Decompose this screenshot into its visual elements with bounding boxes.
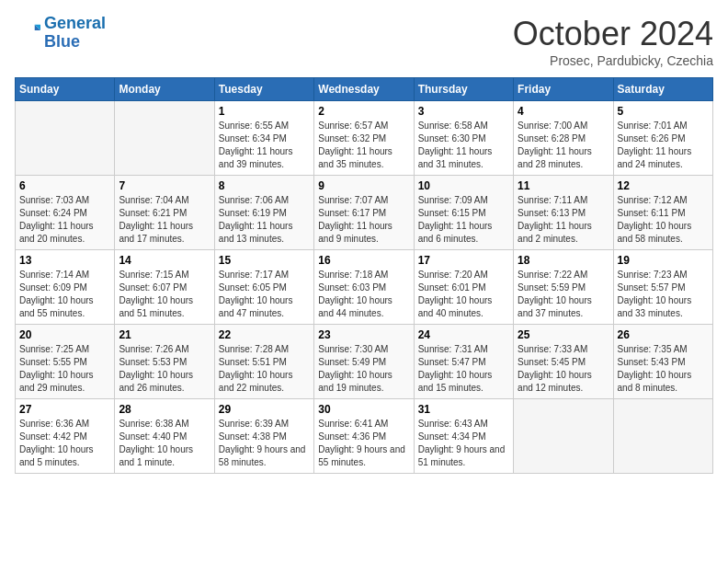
calendar-day-cell: 4Sunrise: 7:00 AM Sunset: 6:28 PM Daylig… [514,101,613,176]
calendar-day-cell: 1Sunrise: 6:55 AM Sunset: 6:34 PM Daylig… [214,101,313,176]
calendar-day-cell: 10Sunrise: 7:09 AM Sunset: 6:15 PM Dayli… [414,176,513,250]
calendar-day-cell: 27Sunrise: 6:36 AM Sunset: 4:42 PM Dayli… [16,399,115,474]
day-info: Sunrise: 7:01 AM Sunset: 6:26 PM Dayligh… [618,120,709,171]
calendar-day-cell: 26Sunrise: 7:35 AM Sunset: 5:43 PM Dayli… [613,325,712,399]
day-info: Sunrise: 6:57 AM Sunset: 6:32 PM Dayligh… [318,120,409,171]
day-number: 31 [418,403,509,416]
day-number: 26 [618,328,709,341]
weekday-header: Friday [514,78,613,101]
calendar-day-cell: 22Sunrise: 7:28 AM Sunset: 5:51 PM Dayli… [214,325,313,399]
day-number: 4 [518,105,609,118]
day-info: Sunrise: 6:58 AM Sunset: 6:30 PM Dayligh… [418,120,509,171]
day-number: 13 [19,254,110,267]
weekday-header: Wednesday [314,78,414,101]
day-info: Sunrise: 6:43 AM Sunset: 4:34 PM Dayligh… [418,418,509,469]
calendar-day-cell [613,399,712,474]
calendar-day-cell: 21Sunrise: 7:26 AM Sunset: 5:53 PM Dayli… [115,325,214,399]
weekday-header: Sunday [16,78,115,101]
day-number: 24 [418,328,509,341]
day-info: Sunrise: 7:03 AM Sunset: 6:24 PM Dayligh… [19,194,110,246]
calendar-day-cell: 29Sunrise: 6:39 AM Sunset: 4:38 PM Dayli… [214,399,313,474]
calendar-day-cell: 16Sunrise: 7:18 AM Sunset: 6:03 PM Dayli… [314,250,414,325]
day-number: 20 [19,328,110,341]
day-info: Sunrise: 7:23 AM Sunset: 5:57 PM Dayligh… [618,269,709,320]
day-info: Sunrise: 7:14 AM Sunset: 6:09 PM Dayligh… [19,269,110,320]
logo-icon [15,20,40,46]
calendar-day-cell: 12Sunrise: 7:12 AM Sunset: 6:11 PM Dayli… [613,176,712,250]
day-info: Sunrise: 6:38 AM Sunset: 4:40 PM Dayligh… [119,418,210,469]
day-info: Sunrise: 7:18 AM Sunset: 6:03 PM Dayligh… [318,269,409,320]
day-info: Sunrise: 7:09 AM Sunset: 6:15 PM Dayligh… [418,194,509,246]
day-info: Sunrise: 7:06 AM Sunset: 6:19 PM Dayligh… [219,194,310,246]
month-title: October 2024 [513,15,713,53]
calendar-day-cell: 18Sunrise: 7:22 AM Sunset: 5:59 PM Dayli… [514,250,613,325]
calendar-day-cell: 3Sunrise: 6:58 AM Sunset: 6:30 PM Daylig… [414,101,513,176]
day-info: Sunrise: 6:39 AM Sunset: 4:38 PM Dayligh… [219,418,310,469]
calendar-day-cell [514,399,613,474]
day-number: 3 [418,105,509,118]
calendar-day-cell: 15Sunrise: 7:17 AM Sunset: 6:05 PM Dayli… [214,250,313,325]
day-number: 25 [518,328,609,341]
calendar-day-cell: 24Sunrise: 7:31 AM Sunset: 5:47 PM Dayli… [414,325,513,399]
day-number: 28 [119,403,210,416]
day-info: Sunrise: 6:36 AM Sunset: 4:42 PM Dayligh… [19,418,110,469]
calendar-day-cell: 14Sunrise: 7:15 AM Sunset: 6:07 PM Dayli… [115,250,214,325]
location-subtitle: Prosec, Pardubicky, Czechia [513,53,713,68]
weekday-header: Monday [115,78,214,101]
calendar-day-cell [16,101,115,176]
day-number: 5 [618,105,709,118]
calendar-day-cell: 31Sunrise: 6:43 AM Sunset: 4:34 PM Dayli… [414,399,513,474]
day-info: Sunrise: 7:31 AM Sunset: 5:47 PM Dayligh… [418,343,509,395]
weekday-header: Saturday [613,78,712,101]
calendar-day-cell: 11Sunrise: 7:11 AM Sunset: 6:13 PM Dayli… [514,176,613,250]
day-info: Sunrise: 7:35 AM Sunset: 5:43 PM Dayligh… [618,343,709,395]
calendar-day-cell: 28Sunrise: 6:38 AM Sunset: 4:40 PM Dayli… [115,399,214,474]
day-number: 30 [318,403,409,416]
weekday-header-row: SundayMondayTuesdayWednesdayThursdayFrid… [16,78,713,101]
calendar-day-cell: 7Sunrise: 7:04 AM Sunset: 6:21 PM Daylig… [115,176,214,250]
logo-general: General [44,14,106,32]
page-header: General Blue October 2024 Prosec, Pardub… [15,15,713,68]
calendar-week-row: 6Sunrise: 7:03 AM Sunset: 6:24 PM Daylig… [16,176,713,250]
day-number: 14 [119,254,210,267]
day-number: 1 [219,105,310,118]
day-number: 7 [119,179,210,192]
day-number: 16 [318,254,409,267]
calendar-day-cell: 2Sunrise: 6:57 AM Sunset: 6:32 PM Daylig… [314,101,414,176]
calendar-day-cell: 9Sunrise: 7:07 AM Sunset: 6:17 PM Daylig… [314,176,414,250]
day-number: 15 [219,254,310,267]
calendar-day-cell: 25Sunrise: 7:33 AM Sunset: 5:45 PM Dayli… [514,325,613,399]
day-number: 11 [518,179,609,192]
logo: General Blue [15,15,106,52]
day-info: Sunrise: 7:15 AM Sunset: 6:07 PM Dayligh… [119,269,210,320]
title-block: October 2024 Prosec, Pardubicky, Czechia [513,15,713,68]
calendar-day-cell: 5Sunrise: 7:01 AM Sunset: 6:26 PM Daylig… [613,101,712,176]
day-info: Sunrise: 7:04 AM Sunset: 6:21 PM Dayligh… [119,194,210,246]
calendar-day-cell: 19Sunrise: 7:23 AM Sunset: 5:57 PM Dayli… [613,250,712,325]
day-number: 19 [618,254,709,267]
day-number: 9 [318,179,409,192]
day-number: 17 [418,254,509,267]
day-number: 8 [219,179,310,192]
calendar-day-cell: 13Sunrise: 7:14 AM Sunset: 6:09 PM Dayli… [16,250,115,325]
day-info: Sunrise: 7:00 AM Sunset: 6:28 PM Dayligh… [518,120,609,171]
day-number: 27 [19,403,110,416]
calendar-day-cell: 8Sunrise: 7:06 AM Sunset: 6:19 PM Daylig… [214,176,313,250]
logo-text: General Blue [44,15,106,52]
day-number: 10 [418,179,509,192]
calendar-day-cell: 23Sunrise: 7:30 AM Sunset: 5:49 PM Dayli… [314,325,414,399]
day-info: Sunrise: 6:41 AM Sunset: 4:36 PM Dayligh… [318,418,409,469]
calendar-day-cell: 20Sunrise: 7:25 AM Sunset: 5:55 PM Dayli… [16,325,115,399]
calendar-table: SundayMondayTuesdayWednesdayThursdayFrid… [15,77,713,474]
day-number: 12 [618,179,709,192]
day-info: Sunrise: 7:11 AM Sunset: 6:13 PM Dayligh… [518,194,609,246]
day-number: 18 [518,254,609,267]
day-number: 2 [318,105,409,118]
weekday-header: Tuesday [214,78,313,101]
calendar-day-cell [115,101,214,176]
day-info: Sunrise: 7:33 AM Sunset: 5:45 PM Dayligh… [518,343,609,395]
day-number: 29 [219,403,310,416]
calendar-day-cell: 30Sunrise: 6:41 AM Sunset: 4:36 PM Dayli… [314,399,414,474]
calendar-week-row: 13Sunrise: 7:14 AM Sunset: 6:09 PM Dayli… [16,250,713,325]
calendar-week-row: 27Sunrise: 6:36 AM Sunset: 4:42 PM Dayli… [16,399,713,474]
